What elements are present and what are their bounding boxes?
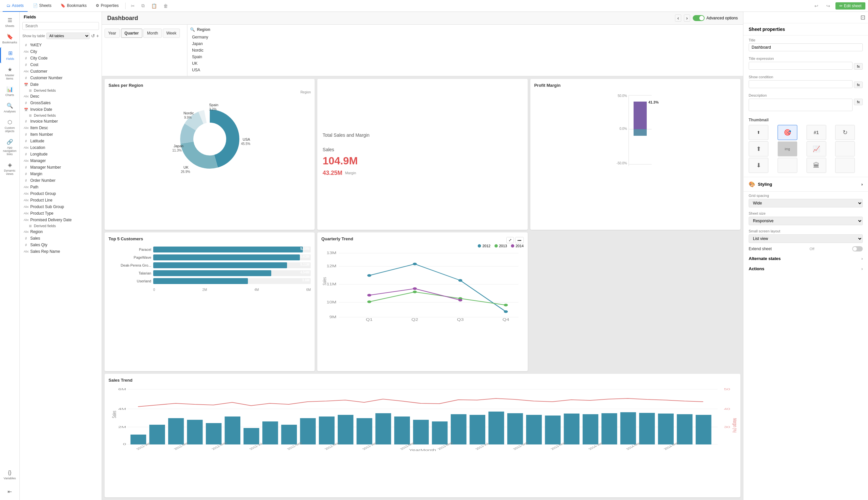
year-filter-button[interactable]: Year (105, 29, 120, 38)
sheet-size-select[interactable]: Responsive (749, 217, 863, 225)
advanced-options-switch[interactable] (693, 15, 705, 21)
paste-button[interactable]: 📋 (149, 2, 159, 10)
grid-spacing-select[interactable]: Wide (749, 199, 863, 207)
field-item[interactable]: # GrossSales (20, 100, 102, 106)
redo-button[interactable]: ↪ (824, 2, 833, 10)
sidebar-item-charts[interactable]: 📊 Charts (0, 83, 19, 99)
sidebar-item-app-nav[interactable]: 🔗 App navigation links (0, 136, 19, 158)
field-item[interactable]: # Cost (20, 61, 102, 68)
field-item[interactable]: # Manager Number (20, 164, 102, 171)
field-item[interactable]: 📅 Date (20, 81, 102, 88)
sidebar-item-sheets[interactable]: ☰ Sheets (0, 14, 19, 30)
styling-header[interactable]: 🎨 Styling › (749, 181, 863, 188)
field-item[interactable]: # Customer Number (20, 75, 102, 81)
field-item[interactable]: Abc Product Group (20, 190, 102, 197)
field-item[interactable]: Abc Location (20, 144, 102, 151)
title-input[interactable] (749, 43, 863, 51)
field-item[interactable]: Abc Manager (20, 158, 102, 164)
field-item[interactable]: # City Code (20, 55, 102, 61)
region-item[interactable]: Germany (190, 34, 740, 41)
prev-nav-button[interactable]: ‹ (675, 14, 681, 22)
expand-chart-button[interactable]: ⤢ (506, 237, 514, 243)
field-item[interactable]: Abc Promised Delivery Date (20, 217, 102, 223)
show-condition-fx-button[interactable]: fx (854, 81, 863, 88)
extend-sheet-toggle[interactable] (852, 246, 863, 251)
thumbnail-item[interactable]: 📈 (807, 141, 826, 157)
tab-properties[interactable]: ⚙ Properties (92, 0, 123, 12)
sidebar-collapse-btn[interactable]: ⇤ (0, 486, 19, 497)
search-input[interactable] (22, 22, 99, 30)
field-item[interactable]: Abc Product Type (20, 210, 102, 217)
table-select[interactable]: All tables (46, 33, 90, 39)
quarter-filter-button[interactable]: Quarter (121, 29, 142, 38)
derived-field-item[interactable]: ▦ Derived fields (20, 223, 102, 228)
field-item[interactable]: # Order Number (20, 177, 102, 184)
field-item[interactable]: # Invoice Number (20, 118, 102, 125)
edit-sheet-button[interactable]: ✏ Edit sheet (835, 2, 865, 10)
field-item[interactable]: # Margin (20, 171, 102, 177)
sidebar-item-bookmarks[interactable]: 🔖 Bookmarks (0, 31, 19, 47)
add-field-icon[interactable]: + (96, 33, 99, 38)
copy-button[interactable]: ⧉ (139, 2, 147, 10)
region-item[interactable]: UK (190, 60, 740, 67)
thumbnail-item[interactable] (778, 158, 797, 173)
thumbnail-item[interactable] (835, 141, 855, 157)
field-item[interactable]: # Sales (20, 235, 102, 242)
delete-button[interactable]: 🗑 (161, 2, 171, 10)
small-screen-select[interactable]: List view (749, 235, 863, 243)
tab-sheets[interactable]: 📄 Sheets (29, 0, 55, 12)
field-item[interactable]: Abc Product Sub Group (20, 204, 102, 210)
field-item[interactable]: Abc Item Desc (20, 125, 102, 131)
sidebar-item-custom-objects[interactable]: ⬡ Custom objects (0, 116, 19, 135)
tab-assets[interactable]: 🗂 Assets (3, 0, 27, 12)
show-condition-input[interactable] (749, 80, 853, 88)
thumbnail-item[interactable]: img (778, 141, 797, 157)
cut-button[interactable]: ✂ (128, 2, 137, 10)
field-item[interactable]: # Sales Qty (20, 242, 102, 248)
actions-row[interactable]: Actions › (743, 263, 868, 273)
refresh-icon[interactable]: ↺ (91, 33, 95, 38)
field-item[interactable]: Abc Product Line (20, 197, 102, 204)
sidebar-item-master-items[interactable]: ★ Master items (0, 64, 19, 83)
field-item[interactable]: Abc Region (20, 228, 102, 235)
sidebar-item-fields[interactable]: ⊞ Fields (0, 47, 19, 63)
region-item[interactable]: Spain (190, 54, 740, 60)
title-expression-input[interactable] (749, 62, 853, 70)
field-item[interactable]: Abc City (20, 48, 102, 55)
region-item[interactable]: Japan (190, 41, 740, 47)
thumbnail-item[interactable] (835, 158, 855, 173)
month-filter-button[interactable]: Month (144, 29, 161, 38)
sidebar-item-variables[interactable]: {} Variables (0, 467, 19, 482)
more-options-button[interactable]: ••• (515, 237, 524, 243)
week-filter-button[interactable]: Week (163, 29, 180, 38)
next-nav-button[interactable]: › (684, 14, 690, 22)
field-item[interactable]: # Latitude (20, 138, 102, 144)
field-item[interactable]: # Longitude (20, 151, 102, 158)
sheet-view-icon[interactable]: ⊡ (860, 14, 865, 21)
region-item[interactable]: Nordic (190, 47, 740, 54)
undo-button[interactable]: ↩ (812, 2, 821, 10)
thumbnail-item[interactable]: ⬇ (749, 158, 768, 173)
derived-field-item[interactable]: ▦ Derived fields (20, 88, 102, 93)
field-item[interactable]: Abc Sales Rep Name (20, 248, 102, 255)
field-item[interactable]: # %KEY (20, 42, 102, 48)
field-item[interactable]: Abc Path (20, 184, 102, 190)
field-item[interactable]: 📅 Invoice Date (20, 106, 102, 113)
field-item[interactable]: Abc Customer (20, 68, 102, 75)
thumbnail-item[interactable]: ⬆ (749, 125, 768, 140)
description-textarea[interactable] (749, 99, 853, 111)
field-item[interactable]: Abc Desc (20, 93, 102, 100)
derived-field-item[interactable]: ▦ Derived fields (20, 113, 102, 118)
tab-bookmarks[interactable]: 🔖 Bookmarks (57, 0, 90, 12)
thumbnail-item[interactable]: 🎯 (778, 125, 797, 140)
thumbnail-item[interactable]: ↻ (835, 125, 855, 140)
thumbnail-item[interactable]: 🏛 (807, 158, 826, 173)
field-item[interactable]: # Item Number (20, 131, 102, 138)
sidebar-item-dynamic-views[interactable]: ◈ Dynamic views (0, 159, 19, 178)
thumbnail-item[interactable]: ⬆ (749, 141, 768, 157)
title-expression-fx-button[interactable]: fx (854, 63, 863, 70)
alternate-states-row[interactable]: Alternate states › (743, 253, 868, 263)
description-fx-button[interactable]: fx (854, 99, 863, 105)
thumbnail-item[interactable]: #1 (807, 125, 826, 140)
sidebar-item-analyses[interactable]: 🔍 Analyses (0, 100, 19, 116)
